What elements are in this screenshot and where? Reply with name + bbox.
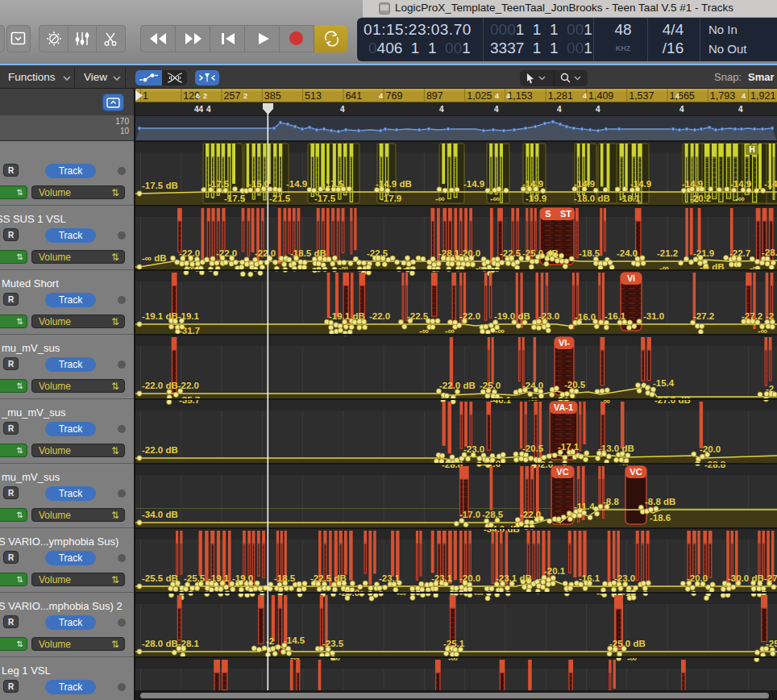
svg-text:-22.0 dB: -22.0 dB [439,381,476,390]
svg-text:S: S [545,209,551,219]
svg-text:4: 4 [206,105,211,114]
svg-text:-22.5: -22.5 [407,311,429,321]
svg-text:-23.5: -23.5 [322,639,344,648]
svg-text:-14.9: -14.9 [730,179,751,189]
svg-text:-14.5: -14.5 [284,635,305,645]
svg-text:-∞: -∞ [339,263,348,273]
svg-text:-18.6: -18.6 [650,513,671,523]
svg-text:-19.0 dB: -19.0 dB [494,311,530,321]
svg-text:-25.1: -25.1 [443,639,465,648]
svg-text:-20.5: -20.5 [564,380,586,390]
svg-text:1,793: 1,793 [710,90,735,102]
svg-text:-16.0: -16.0 [575,312,596,322]
svg-text:-20.5: -20.5 [522,444,544,453]
svg-text:-25.0 dB: -25.0 dB [609,639,646,648]
svg-text:4: 4 [439,105,444,114]
svg-text:-2: -2 [766,311,774,321]
svg-text:-28.1: -28.1 [762,248,777,257]
svg-text:-14.9: -14.9 [286,179,307,189]
svg-text:-25.5 dB: -25.5 dB [142,573,178,583]
svg-text:-21.5: -21.5 [269,194,291,203]
svg-text:4: 4 [494,105,499,114]
svg-text:-∞: -∞ [185,263,195,273]
svg-text:-20.0: -20.0 [459,248,480,258]
svg-text:4: 4 [596,105,600,114]
svg-text:ST: ST [560,209,571,219]
svg-text:-19.0: -19.0 [232,573,253,583]
svg-text:-8.8 dB: -8.8 dB [645,497,675,506]
svg-text:-∞: -∞ [435,194,445,203]
svg-text:-8.8: -8.8 [603,497,619,506]
svg-text:-23.0: -23.0 [614,573,635,583]
svg-text:-18.5: -18.5 [274,573,296,583]
svg-text:-19.9: -19.9 [526,194,546,203]
svg-text:-2: -2 [766,384,774,394]
svg-text:-14.9 dB: -14.9 dB [376,179,412,189]
svg-text:2: 2 [203,92,207,100]
svg-text:-∞ dB: -∞ dB [142,253,167,263]
svg-text:1,025: 1,025 [467,90,492,102]
svg-text:-30.0 dB: -30.0 dB [728,573,764,583]
svg-text:-∞: -∞ [735,194,745,203]
svg-text:Vi: Vi [627,273,635,283]
svg-text:-27: -27 [764,573,777,583]
svg-text:-27.2: -27.2 [693,311,714,321]
svg-text:1,281: 1,281 [548,90,573,102]
svg-text:-23.0: -23.0 [538,311,559,321]
svg-text:-19.1 dB: -19.1 dB [329,311,365,321]
svg-text:-13.0 dB: -13.0 dB [598,444,634,453]
svg-text:-28.5: -28.5 [482,510,504,519]
svg-text:-∞: -∞ [750,263,759,273]
svg-text:-25.5: -25.5 [184,573,206,583]
svg-text:-17.5: -17.5 [208,179,230,189]
svg-text:-16.1: -16.1 [605,311,626,321]
svg-text:H: H [749,145,754,154]
svg-text:-∞: -∞ [403,263,413,273]
svg-text:4: 4 [738,105,743,114]
svg-text:-15.0: -15.0 [248,179,269,189]
svg-text:-19.1: -19.1 [208,573,230,583]
svg-text:4: 4 [583,92,587,100]
svg-text:-19.1 dB-19.1: -19.1 dB-19.1 [142,311,200,321]
svg-text:-34.0 dB: -34.0 dB [142,510,178,519]
svg-text:-23.0: -23.0 [463,444,484,454]
svg-text:-18.5 dB: -18.5 dB [290,248,326,258]
svg-text:-25: -25 [766,639,777,648]
svg-text:-23.1 dB: -23.1 dB [496,573,532,583]
svg-text:-14.9: -14.9 [463,179,484,189]
svg-text:-25.0 dB: -25.0 dB [522,248,559,258]
svg-text:4: 4 [675,92,679,100]
svg-text:-25.0: -25.0 [480,381,501,390]
svg-text:-22.0: -22.0 [459,311,480,321]
svg-text:4: 4 [679,105,684,114]
svg-text:4: 4 [506,92,510,100]
svg-text:-16.1: -16.1 [579,573,600,583]
svg-text:-20.0: -20.0 [459,573,480,583]
svg-text:-23.1: -23.1 [379,573,401,583]
svg-text:-17.1: -17.1 [558,442,580,452]
svg-text:-22.7: -22.7 [729,248,750,258]
svg-text:-24.0: -24.0 [522,381,543,390]
svg-text:-18.5: -18.5 [579,248,600,258]
svg-text:-22.5 dB: -22.5 dB [310,573,347,583]
svg-text:513: 513 [305,90,322,102]
svg-text:-14.9: -14.9 [630,179,651,189]
svg-text:-22.0: -22.0 [179,248,200,258]
svg-text:-22.0: -22.0 [216,248,237,258]
svg-text:VC: VC [556,467,568,477]
svg-text:-28.1: -28.1 [438,248,460,258]
svg-text:-18.0 dB: -18.0 dB [574,194,610,203]
svg-text:-23.1: -23.1 [431,573,453,583]
svg-text:-∞: -∞ [490,194,500,203]
svg-text:-20.0: -20.0 [687,573,708,583]
svg-text:-21.2: -21.2 [657,248,678,258]
svg-text:VA-1: VA-1 [554,402,573,412]
svg-text:-∞: -∞ [476,263,485,273]
svg-text:-28.0 dB-28.1: -28.0 dB-28.1 [142,639,200,648]
svg-text:257: 257 [224,90,241,102]
svg-text:4: 4 [340,105,345,114]
svg-text:6: 6 [196,92,200,100]
svg-text:-27.2: -27.2 [742,311,762,321]
svg-text:-22.0 dB-22.0: -22.0 dB-22.0 [142,381,199,390]
svg-text:-20.2: -20.2 [690,194,711,203]
